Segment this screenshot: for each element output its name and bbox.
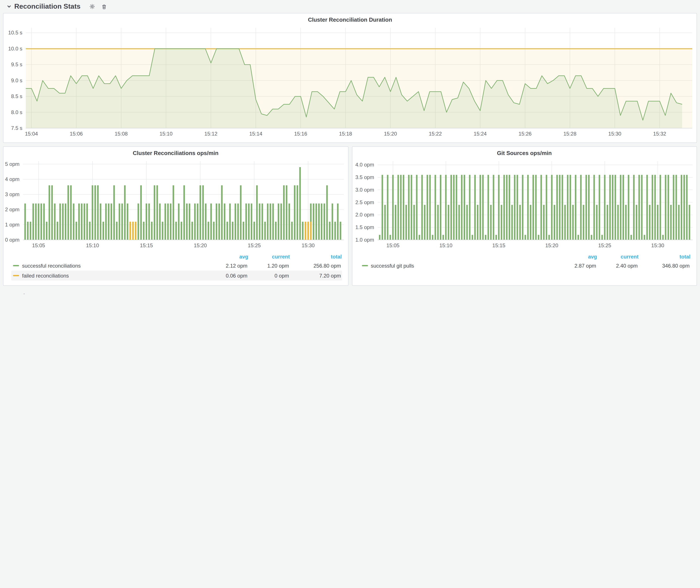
svg-text:10.5 s: 10.5 s [8,30,22,36]
svg-text:9.0 s: 9.0 s [11,78,22,83]
svg-text:3 opm: 3 opm [5,191,19,197]
panel-git-sources-opm: Git Sources ops/min 4.0 opm3.5 opm3.0 op… [352,146,697,286]
legend-series-label[interactable]: successful git pulls [371,263,414,269]
legend-col-avg[interactable]: avg [557,254,597,260]
legend-col-current[interactable]: current [248,254,290,260]
series-color-dash [13,265,19,266]
section-title[interactable]: Helm Stats [14,293,50,294]
svg-text:15:06: 15:06 [70,131,83,137]
legend-col-total[interactable]: total [290,254,342,260]
svg-text:5 opm: 5 opm [5,161,19,167]
svg-text:15:05: 15:05 [32,242,45,248]
svg-text:15:30: 15:30 [651,242,664,248]
svg-text:15:10: 15:10 [160,131,173,137]
svg-text:15:14: 15:14 [249,131,262,137]
svg-text:2.5 opm: 2.5 opm [355,199,374,205]
legend: avg current total successful reconciliat… [3,250,348,282]
svg-text:1.5 opm: 1.5 opm [355,224,374,230]
legend-total-value: 346.80 opm [638,263,690,269]
section-title[interactable]: Reconciliation Stats [14,3,81,10]
svg-text:8.5 s: 8.5 s [11,93,22,99]
svg-text:15:12: 15:12 [204,131,217,137]
svg-text:2.0 opm: 2.0 opm [355,212,374,218]
svg-text:15:30: 15:30 [302,242,315,248]
legend-current-value: 1.20 opm [247,263,289,269]
legend-row: failed reconciliations 0.06 opm 0 opm 7.… [11,271,342,281]
legend-avg-value: 0.06 opm [208,273,247,279]
legend-total-value: 7.20 opm [289,273,341,279]
legend-row: successful git pulls 2.87 opm 2.40 opm 3… [360,261,690,271]
panel-title[interactable]: Cluster Reconciliations ops/min [3,147,348,158]
svg-text:1.0 opm: 1.0 opm [355,237,374,243]
svg-text:15:15: 15:15 [492,242,505,248]
svg-text:15:25: 15:25 [248,242,261,248]
svg-text:0 opm: 0 opm [5,237,19,243]
svg-text:15:30: 15:30 [608,131,621,137]
panel-cluster-reconciliation-duration: Cluster Reconciliation Duration 10.5 s10… [3,13,697,143]
legend: avg current total successful git pulls 2… [352,250,697,272]
legend-current-value: 2.40 opm [596,263,638,269]
svg-text:8.0 s: 8.0 s [11,109,22,115]
svg-text:15:05: 15:05 [386,242,399,248]
svg-text:15:15: 15:15 [140,242,153,248]
legend-header: avg current total [360,253,690,261]
svg-text:10.0 s: 10.0 s [8,46,22,52]
series-color-dash [362,265,368,266]
svg-text:15:24: 15:24 [474,131,487,137]
legend-current-value: 0 opm [247,273,289,279]
svg-text:7.5 s: 7.5 s [11,125,22,131]
svg-text:15:18: 15:18 [339,131,352,137]
trash-icon[interactable] [101,4,107,9]
svg-text:15:20: 15:20 [194,242,207,248]
svg-text:1 opm: 1 opm [5,222,19,228]
legend-col-avg[interactable]: avg [208,254,248,260]
legend-avg-value: 2.87 opm [556,263,596,269]
svg-text:15:25: 15:25 [598,242,611,248]
cluster-reconciliations-opm-chart[interactable]: 5 opm4 opm3 opm2 opm1 opm0 opm15:0515:10… [3,158,348,249]
legend-series-label[interactable]: failed reconciliations [22,273,69,279]
section-header-reconciliation-stats: Reconciliation Stats [3,0,697,13]
svg-text:15:32: 15:32 [653,131,666,137]
svg-text:15:10: 15:10 [86,242,99,248]
svg-text:4.0 opm: 4.0 opm [355,162,374,168]
chevron-down-icon[interactable] [6,4,12,9]
svg-text:15:28: 15:28 [563,131,576,137]
legend-header: avg current total [11,253,342,261]
legend-col-total[interactable]: total [639,254,690,260]
svg-text:2 opm: 2 opm [5,207,19,212]
svg-text:15:20: 15:20 [384,131,397,137]
svg-text:15:16: 15:16 [294,131,307,137]
grafana-dashboard: Reconciliation Stats Cluster Reconciliat… [0,0,700,294]
legend-col-current[interactable]: current [597,254,639,260]
section-header-helm-stats: Helm Stats [3,289,697,294]
svg-text:15:26: 15:26 [519,131,532,137]
panel-title[interactable]: Cluster Reconciliation Duration [3,13,697,24]
svg-text:15:08: 15:08 [115,131,128,137]
svg-text:15:04: 15:04 [25,131,38,137]
svg-text:15:10: 15:10 [439,242,452,248]
svg-text:15:20: 15:20 [545,242,558,248]
git-sources-opm-chart[interactable]: 4.0 opm3.5 opm3.0 opm2.5 opm2.0 opm1.5 o… [352,158,697,249]
svg-text:3.5 opm: 3.5 opm [355,174,374,180]
gear-icon[interactable] [89,3,95,10]
legend-avg-value: 2.12 opm [208,263,247,269]
legend-row: successful reconciliations 2.12 opm 1.20… [11,261,342,271]
svg-text:3.0 opm: 3.0 opm [355,187,374,193]
panel-title[interactable]: Git Sources ops/min [352,147,697,158]
svg-text:15:22: 15:22 [429,131,442,137]
legend-total-value: 256.80 opm [289,263,341,269]
svg-text:4 opm: 4 opm [5,176,19,182]
cluster-reconciliation-duration-chart[interactable]: 10.5 s10.0 s9.5 s9.0 s8.5 s8.0 s7.5 s15:… [3,24,697,138]
legend-series-label[interactable]: successful reconciliations [22,263,81,269]
svg-text:9.5 s: 9.5 s [11,61,22,67]
panel-cluster-reconciliations-opm: Cluster Reconciliations ops/min 5 opm4 o… [3,146,348,286]
series-color-dash [13,275,19,276]
